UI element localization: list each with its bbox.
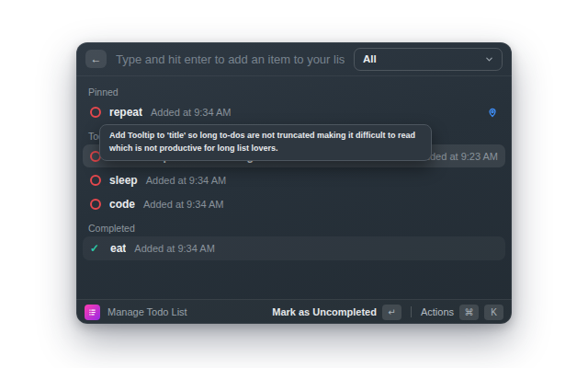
todo-status-ring-icon[interactable] <box>90 199 101 210</box>
primary-action-label[interactable]: Mark as Uncompleted <box>272 306 377 317</box>
checkmark-icon[interactable]: ✓ <box>90 242 102 255</box>
todo-list-window: ← All Pinned repeat Added at 9:34 AM Tod… <box>76 42 512 324</box>
command-key-icon: ⌘ <box>459 305 479 320</box>
title-tooltip: Add Tooltip to 'title' so long to-dos ar… <box>99 124 432 161</box>
todo-added-time: Added at 9:34 AM <box>134 243 214 254</box>
filter-dropdown-value: All <box>363 53 377 64</box>
todo-row-code[interactable]: code Added at 9:34 AM <box>83 192 505 215</box>
back-button[interactable]: ← <box>85 50 107 68</box>
footer-action-bar: Manage Todo List Mark as Uncompleted ↵ A… <box>76 299 512 324</box>
actions-menu-label[interactable]: Actions <box>421 306 454 317</box>
back-arrow-icon: ← <box>91 52 102 65</box>
todo-title: eat <box>110 242 126 255</box>
todo-status-ring-icon[interactable] <box>90 175 101 186</box>
todo-list: Pinned repeat Added at 9:34 AM Todo Add … <box>76 76 512 260</box>
todo-title: code <box>109 198 135 211</box>
filter-dropdown[interactable]: All <box>354 48 503 71</box>
return-key-icon: ↵ <box>382 305 401 320</box>
section-header-completed: Completed <box>83 220 505 236</box>
todo-status-ring-icon[interactable] <box>90 107 101 118</box>
search-input[interactable] <box>116 52 345 66</box>
footer-divider <box>411 306 412 317</box>
todo-title: repeat <box>109 106 142 119</box>
footer-actions: Mark as Uncompleted ↵ Actions ⌘ K <box>272 305 503 320</box>
todo-row-eat[interactable]: ✓ eat Added at 9:34 AM <box>83 236 505 260</box>
todo-added-time: Added at 9:34 AM <box>151 107 231 118</box>
todo-added-time: Added at 9:34 AM <box>143 199 223 210</box>
section-header-pinned: Pinned <box>83 84 505 99</box>
header-bar: ← All <box>76 42 512 76</box>
todo-added-time: Added at 9:34 AM <box>146 175 226 186</box>
todo-title: sleep <box>109 174 138 187</box>
k-key-icon: K <box>484 305 503 320</box>
chevron-down-icon <box>485 55 493 63</box>
todo-row-repeat[interactable]: repeat Added at 9:34 AM <box>83 100 505 123</box>
pin-icon <box>487 107 498 118</box>
todo-list-app-icon <box>85 305 100 320</box>
extension-name: Manage Todo List <box>107 306 187 317</box>
todo-row-sleep[interactable]: sleep Added at 9:34 AM <box>83 168 505 191</box>
